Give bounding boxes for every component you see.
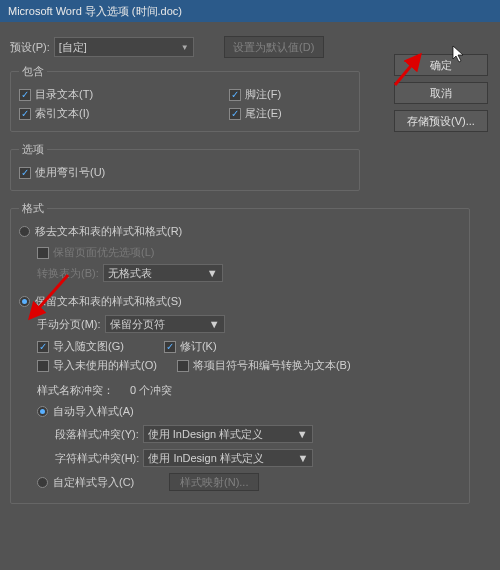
import-unused-checkbox[interactable]: 导入未使用的样式(O) bbox=[37, 358, 157, 373]
style-mapping-button: 样式映射(N)... bbox=[169, 473, 259, 491]
preserve-styles-radio[interactable]: 保留文本和表的样式和格式(S) bbox=[19, 294, 461, 309]
manual-breaks-label: 手动分页(M): bbox=[37, 317, 101, 332]
convert-tables-label: 转换表为(B): bbox=[37, 266, 99, 281]
include-group: 包含 目录文本(T) 索引文本(I) 脚注(F) 尾注(E) bbox=[10, 64, 360, 132]
track-changes-checkbox[interactable]: 修订(K) bbox=[164, 339, 217, 354]
radio-icon bbox=[19, 226, 30, 237]
conflicts-count: 0 个冲突 bbox=[130, 383, 172, 398]
options-group: 选项 使用弯引号(U) bbox=[10, 142, 360, 191]
ok-button[interactable]: 确定 bbox=[394, 54, 488, 76]
check-icon bbox=[229, 89, 241, 101]
formatting-legend: 格式 bbox=[19, 201, 47, 216]
check-icon bbox=[19, 167, 31, 179]
preset-label: 预设(P): bbox=[10, 40, 50, 55]
typographers-quotes-checkbox[interactable]: 使用弯引号(U) bbox=[19, 165, 351, 180]
check-icon bbox=[19, 89, 31, 101]
para-conflict-label: 段落样式冲突(Y): bbox=[55, 427, 139, 442]
chevron-down-icon: ▼ bbox=[207, 267, 218, 279]
chevron-down-icon: ▼ bbox=[297, 452, 308, 464]
titlebar: Microsoft Word 导入选项 (时间.doc) bbox=[0, 0, 500, 22]
window-title: Microsoft Word 导入选项 (时间.doc) bbox=[8, 5, 182, 17]
check-icon bbox=[37, 341, 49, 353]
save-preset-button[interactable]: 存储预设(V)... bbox=[394, 110, 488, 132]
preset-dropdown[interactable]: [自定] ▼ bbox=[54, 37, 194, 57]
import-inline-checkbox[interactable]: 导入随文图(G) bbox=[37, 339, 124, 354]
auto-import-radio[interactable]: 自动导入样式(A) bbox=[37, 404, 461, 419]
include-legend: 包含 bbox=[19, 64, 47, 79]
toc-text-checkbox[interactable]: 目录文本(T) bbox=[19, 87, 159, 102]
radio-icon bbox=[37, 477, 48, 488]
set-default-button: 设置为默认值(D) bbox=[224, 36, 324, 58]
char-conflict-dropdown[interactable]: 使用 InDesign 样式定义▼ bbox=[143, 449, 313, 467]
check-icon bbox=[37, 360, 49, 372]
radio-icon bbox=[37, 406, 48, 417]
custom-import-radio[interactable]: 自定样式导入(C) 样式映射(N)... bbox=[37, 473, 461, 491]
chevron-down-icon: ▼ bbox=[209, 318, 220, 330]
formatting-group: 格式 移去文本和表的样式和格式(R) 保留页面优先选项(L) 转换表为(B): … bbox=[10, 201, 470, 504]
check-icon bbox=[19, 108, 31, 120]
check-icon bbox=[164, 341, 176, 353]
check-icon bbox=[177, 360, 189, 372]
options-legend: 选项 bbox=[19, 142, 47, 157]
manual-breaks-dropdown[interactable]: 保留分页符▼ bbox=[105, 315, 225, 333]
convert-bullets-checkbox[interactable]: 将项目符号和编号转换为文本(B) bbox=[177, 358, 351, 373]
convert-tables-dropdown: 无格式表▼ bbox=[103, 264, 223, 282]
remove-styles-radio[interactable]: 移去文本和表的样式和格式(R) bbox=[19, 224, 461, 239]
chevron-down-icon: ▼ bbox=[181, 43, 189, 52]
cancel-button[interactable]: 取消 bbox=[394, 82, 488, 104]
index-text-checkbox[interactable]: 索引文本(I) bbox=[19, 106, 159, 121]
para-conflict-dropdown[interactable]: 使用 InDesign 样式定义▼ bbox=[143, 425, 313, 443]
footnotes-checkbox[interactable]: 脚注(F) bbox=[229, 87, 282, 102]
conflicts-label: 样式名称冲突： bbox=[37, 383, 114, 398]
endnotes-checkbox[interactable]: 尾注(E) bbox=[229, 106, 282, 121]
preset-value: [自定] bbox=[59, 40, 87, 55]
radio-icon bbox=[19, 296, 30, 307]
chevron-down-icon: ▼ bbox=[297, 428, 308, 440]
check-icon bbox=[229, 108, 241, 120]
char-conflict-label: 字符样式冲突(H): bbox=[55, 451, 139, 466]
check-icon bbox=[37, 247, 49, 259]
preserve-page-overrides-checkbox: 保留页面优先选项(L) bbox=[37, 245, 461, 260]
